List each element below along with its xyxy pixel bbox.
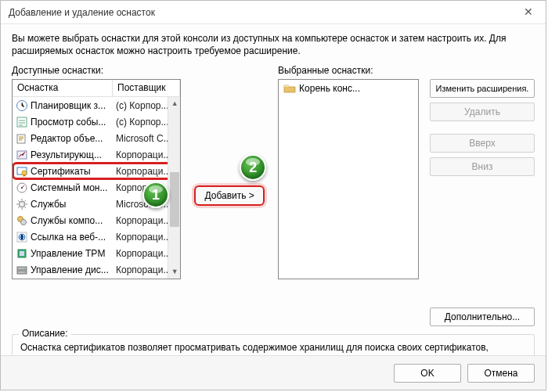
monitor-icon (15, 182, 29, 194)
list-item-name: Управление TPM (31, 248, 113, 259)
dialog-window: Добавление и удаление оснасток ✕ Вы може… (0, 0, 546, 390)
list-item-name: Результирующ... (31, 149, 113, 160)
cancel-button[interactable]: Отмена (467, 364, 535, 383)
event-icon (15, 116, 29, 128)
instructions-text: Вы можете выбрать оснастки для этой конс… (12, 32, 535, 57)
dialog-footer: OK Отмена (1, 355, 546, 390)
titlebar: Добавление и удаление оснасток ✕ (1, 1, 546, 24)
list-item[interactable]: Результирующ...Корпораци... (13, 146, 180, 163)
add-button-wrap: 2 Добавить > (194, 185, 265, 206)
close-icon[interactable]: ✕ (511, 1, 546, 24)
list-item[interactable]: Ссылка на веб-...Корпораци... (13, 228, 180, 245)
disk-icon (15, 264, 29, 276)
clock-icon (15, 99, 29, 112)
list-item[interactable]: Просмотр собы...(c) Корпор... (13, 113, 180, 130)
list-item-name: Управление дис... (31, 264, 113, 275)
svg-rect-15 (20, 251, 24, 256)
add-button[interactable]: Добавить > (194, 185, 265, 206)
window-title: Добавление и удаление оснасток (9, 7, 155, 18)
list-item-name: Системный мон... (31, 182, 113, 193)
svg-point-11 (21, 219, 27, 225)
move-up-button: Вверх (430, 134, 535, 153)
link-icon (15, 231, 29, 243)
list-item-name: Просмотр собы... (31, 117, 113, 128)
list-item[interactable]: Планировщик з...(c) Корпор... (13, 97, 180, 113)
list-item[interactable]: Управление пе...Microsoft C... (13, 278, 180, 279)
tree-root-label: Корень конс... (299, 83, 360, 94)
svg-point-7 (21, 187, 23, 189)
scroll-thumb[interactable] (170, 172, 179, 227)
move-down-button: Вниз (430, 157, 535, 176)
advanced-button[interactable]: Дополнительно... (430, 307, 535, 326)
svg-point-18 (24, 268, 26, 269)
edit-extensions-button[interactable]: Изменить расширения. (430, 79, 535, 98)
middle-column: 2 Добавить > (192, 65, 267, 326)
content-area: Вы можете выбрать оснастки для этой конс… (1, 24, 546, 376)
available-column: Доступные оснастки: Оснастка Поставщик П… (12, 65, 181, 326)
list-item-name: Планировщик з... (31, 100, 113, 111)
scroll-down-icon[interactable]: ▼ (168, 265, 180, 279)
gear-icon (15, 198, 29, 210)
available-label: Доступные оснастки: (12, 65, 181, 76)
tpm-icon (15, 247, 29, 260)
selected-label: Выбранные оснастки: (278, 65, 419, 76)
header-vendor[interactable]: Поставщик (113, 80, 180, 96)
tree-root-item[interactable]: Корень конс... (279, 80, 418, 97)
action-column: Изменить расширения. Удалить Вверх Вниз … (430, 65, 535, 326)
list-item-name: Службы (31, 199, 113, 210)
list-item[interactable]: Управление дис...Корпораци... (13, 261, 180, 278)
result-icon (15, 149, 29, 161)
cert-icon (15, 165, 29, 178)
list-item[interactable]: Управление TPMКорпораци... (13, 245, 180, 261)
list-item-name: Редактор объе... (31, 133, 113, 144)
selected-tree[interactable]: Корень конс... (278, 79, 419, 279)
edit-icon (15, 132, 29, 145)
remove-button: Удалить (430, 102, 535, 121)
available-list[interactable]: Оснастка Поставщик Планировщик з...(c) К… (12, 79, 181, 279)
list-item[interactable]: Службы компо...Корпораци... (13, 212, 180, 228)
ok-button[interactable]: OK (394, 364, 461, 383)
svg-point-19 (24, 272, 26, 273)
annotation-badge-2: 2 (240, 154, 266, 181)
list-item-name: Службы компо... (31, 215, 113, 226)
list-item[interactable]: Редактор объе...Microsoft C... (13, 130, 180, 146)
list-item-name: Ссылка на веб-... (31, 232, 113, 243)
scrollbar[interactable]: ▲ ▼ (168, 97, 180, 279)
available-headers: Оснастка Поставщик (13, 80, 180, 97)
list-item-name: Сертификаты (31, 166, 113, 177)
folder-icon (283, 82, 296, 95)
description-legend: Описание: (19, 328, 71, 339)
gear2-icon (15, 214, 29, 227)
scroll-up-icon[interactable]: ▲ (168, 97, 180, 110)
list-item[interactable]: СертификатыКорпораци... (13, 163, 180, 179)
header-snapin[interactable]: Оснастка (13, 80, 113, 96)
action-buttons: Изменить расширения. Удалить Вверх Вниз (430, 79, 535, 176)
svg-point-9 (21, 203, 23, 205)
selected-column: Выбранные оснастки: Корень конс... (278, 65, 419, 326)
